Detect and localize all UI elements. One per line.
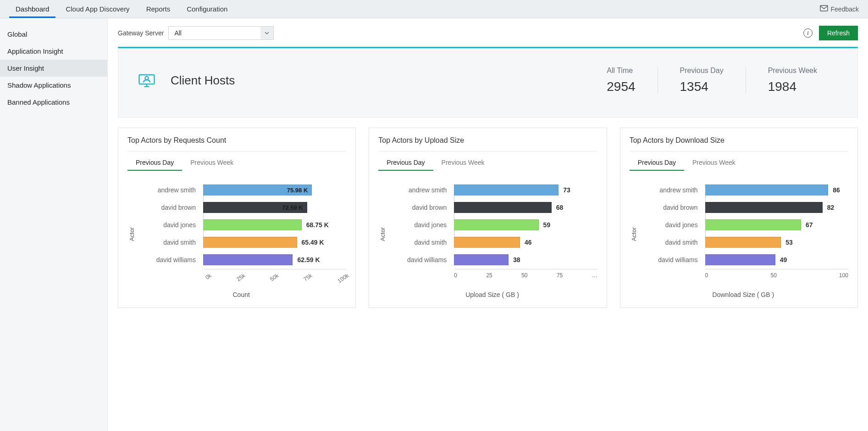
card-tab-previous-day[interactable]: Previous Day (630, 154, 684, 171)
chart-y-axis-label: Actor (378, 227, 387, 241)
chart-bar[interactable]: 72.59 K (203, 202, 307, 213)
summary-stats: All Time2954Previous Day1354Previous Wee… (585, 67, 839, 94)
card-tabs: Previous DayPrevious Week (378, 154, 597, 171)
chart-value-label: 86 (833, 186, 840, 194)
chart-bar[interactable] (203, 254, 293, 265)
chart-row: andrew smith73 (387, 185, 597, 196)
stat-label: All Time (607, 67, 635, 75)
chart-bar[interactable] (705, 219, 801, 230)
chart-value-label: 75.98 K (287, 187, 308, 194)
chart-category-label: david jones (136, 221, 200, 229)
stat-label: Previous Week (768, 67, 817, 75)
feedback-label: Feedback (831, 6, 859, 13)
card-2: Top Actors by Download SizePrevious DayP… (620, 128, 858, 308)
chart-bar[interactable] (705, 237, 781, 248)
chart-value-label: 38 (513, 256, 520, 263)
chart-bar[interactable] (454, 202, 551, 213)
card-title: Top Actors by Upload Size (378, 136, 597, 151)
card-tab-previous-day[interactable]: Previous Day (378, 154, 433, 171)
chart-bar[interactable] (454, 185, 558, 196)
sidebar-item-global[interactable]: Global (0, 26, 107, 43)
chart-category-label: david smith (136, 239, 200, 246)
card-tab-previous-week[interactable]: Previous Week (433, 154, 493, 171)
chart-bar[interactable] (705, 185, 829, 196)
stat-previous-week: Previous Week1984 (746, 67, 839, 94)
sidebar-item-banned-applications[interactable]: Banned Applications (0, 94, 107, 111)
chart-category-label: david jones (638, 221, 702, 229)
card-1: Top Actors by Upload SizePrevious DayPre… (369, 128, 607, 308)
chart-category-label: david smith (638, 239, 702, 246)
chart-row: david williams38 (387, 254, 597, 265)
chart-row: andrew smith75.98 K (136, 185, 346, 196)
topnav-tab-cloud-app-discovery[interactable]: Cloud App Discovery (59, 0, 136, 18)
top-navigation: DashboardCloud App DiscoveryReportsConfi… (0, 0, 868, 18)
chart-row: david williams49 (638, 254, 848, 265)
chart: Actorandrew smith73david brown68david jo… (378, 185, 597, 302)
topnav-tabs: DashboardCloud App DiscoveryReportsConfi… (9, 0, 234, 18)
chart: Actorandrew smith86david brown82david jo… (630, 185, 848, 302)
chart-value-label: 46 (525, 239, 532, 246)
chevron-down-icon (260, 27, 273, 39)
chart-row: david smith65.49 K (136, 237, 346, 248)
sidebar-item-shadow-applications[interactable]: Shadow Applications (0, 77, 107, 94)
chart-row: david smith53 (638, 237, 848, 248)
chart-row: david brown82 (638, 202, 848, 213)
card-tabs: Previous DayPrevious Week (127, 154, 346, 171)
chart-category-label: andrew smith (387, 186, 451, 194)
refresh-button[interactable]: Refresh (819, 26, 858, 40)
topnav-tab-reports[interactable]: Reports (140, 0, 177, 18)
topnav-tab-dashboard[interactable]: Dashboard (9, 0, 55, 18)
chart-tick: 0k (204, 272, 212, 281)
info-icon[interactable]: i (803, 28, 813, 38)
chart-bar[interactable] (454, 237, 520, 248)
sidebar-item-application-insight[interactable]: Application Insight (0, 43, 107, 60)
chart: Actorandrew smith75.98 Kdavid brown72.59… (127, 185, 346, 302)
chart-category-label: david williams (136, 256, 200, 263)
chart-bar[interactable] (203, 237, 297, 248)
chart-bar[interactable] (705, 202, 823, 213)
chart-tick: 100k (337, 272, 350, 284)
chart-category-label: david brown (387, 204, 451, 211)
gateway-server-label: Gateway Server (118, 29, 164, 37)
chart-value-label: 72.59 K (282, 204, 303, 211)
chart-x-axis-label: Count (136, 291, 346, 298)
chart-value-label: 73 (563, 186, 570, 194)
stat-value: 1984 (768, 79, 817, 94)
chart-tick: 0 (705, 272, 708, 279)
sidebar: GlobalApplication InsightUser InsightSha… (0, 18, 108, 431)
chart-bar[interactable] (454, 254, 509, 265)
chart-bar[interactable] (705, 254, 775, 265)
chart-bar[interactable] (454, 219, 538, 230)
chart-category-label: david williams (638, 256, 702, 263)
feedback-link[interactable]: Feedback (820, 5, 859, 13)
chart-tick: 0 (454, 272, 457, 279)
card-tab-previous-day[interactable]: Previous Day (127, 154, 182, 171)
client-hosts-icon (137, 70, 157, 91)
chart-row: david smith46 (387, 237, 597, 248)
chart-row: david brown68 (387, 202, 597, 213)
card-tab-previous-week[interactable]: Previous Week (182, 154, 242, 171)
topnav-tab-configuration[interactable]: Configuration (180, 0, 234, 18)
stat-previous-day: Previous Day1354 (658, 67, 746, 94)
card-title: Top Actors by Requests Count (127, 136, 346, 151)
chart-tick: 75 (557, 272, 563, 279)
chart-value-label: 59 (543, 221, 551, 229)
card-tabs: Previous DayPrevious Week (630, 154, 848, 171)
card-tab-previous-week[interactable]: Previous Week (684, 154, 744, 171)
sidebar-item-user-insight[interactable]: User Insight (0, 60, 107, 77)
stat-value: 2954 (607, 79, 635, 94)
chart-value-label: 53 (785, 239, 793, 246)
card-title: Top Actors by Download Size (630, 136, 848, 151)
stat-all-time: All Time2954 (585, 67, 657, 94)
chart-value-label: 49 (780, 256, 787, 263)
chart-bar[interactable] (203, 219, 302, 230)
chart-row: david jones68.75 K (136, 219, 346, 230)
gateway-server-select[interactable]: All (168, 26, 274, 40)
chart-tick: 50 (770, 272, 776, 279)
chart-row: andrew smith86 (638, 185, 848, 196)
chart-value-label: 68 (556, 204, 564, 211)
chart-bar[interactable]: 75.98 K (203, 185, 312, 196)
chart-row: david brown72.59 K (136, 202, 346, 213)
chart-category-label: david smith (387, 239, 451, 246)
chart-y-axis-label: Actor (127, 227, 136, 241)
